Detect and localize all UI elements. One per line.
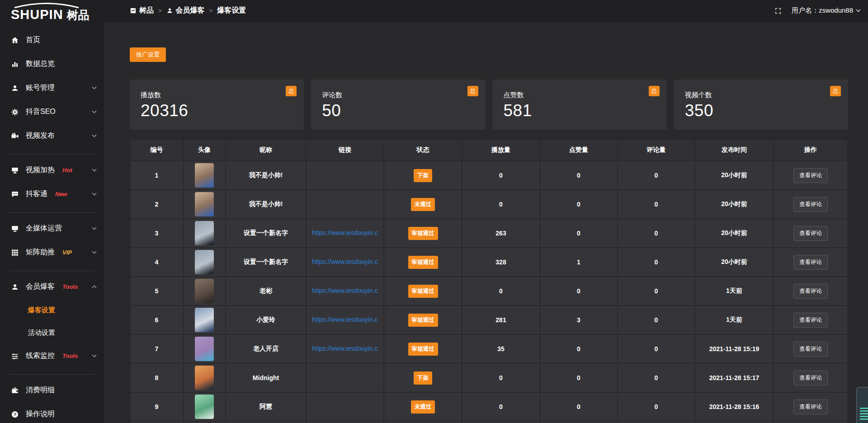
sidebar-item-douyin-seo[interactable]: 抖音SEO <box>0 100 104 124</box>
publish-time: 20小时前 <box>695 219 773 247</box>
publish-time: 2021-11-28 15:16 <box>695 393 773 421</box>
view-comments-button[interactable]: 查看评论 <box>793 342 828 357</box>
breadcrumb-item-baoke-settings: 爆客设置 <box>217 6 246 15</box>
total-badge: 总 <box>467 86 478 96</box>
chevron-down-icon <box>92 169 97 172</box>
breadcrumb-separator: > <box>209 7 213 14</box>
view-comments-button[interactable]: 查看评论 <box>793 284 828 299</box>
sidebar-item-consumption-details[interactable]: 消费明细 <box>0 378 104 402</box>
chevron-down-icon <box>92 227 97 230</box>
nickname: 我不是小帅! <box>226 161 306 189</box>
nickname: 老人开店 <box>226 335 306 363</box>
table-row: 7 老人开店 https://www.iesdouyin.c 审核通过 35 0… <box>131 335 847 363</box>
sidebar-item-instructions[interactable]: ? 操作说明 <box>0 402 104 423</box>
table-row: 9 阿慧 未通过 0 0 0 2021-11-28 15:16 查看评论 <box>131 393 847 421</box>
plays-cell: 0 <box>462 277 539 305</box>
chevron-down-icon <box>92 110 97 113</box>
sidebar-item-label: 视频加热 <box>26 165 55 175</box>
video-link[interactable]: https://www.iesdouyin.c <box>312 258 378 265</box>
fullscreen-icon[interactable] <box>774 7 782 14</box>
stat-label: 播放数 <box>141 91 293 99</box>
monitor-icon <box>11 225 19 233</box>
sidebar-item-clue-monitor[interactable]: 线索监控 Tools <box>0 344 104 368</box>
sliders-icon <box>11 352 19 360</box>
comments-cell: 0 <box>618 219 694 247</box>
username-menu[interactable]: 用户名：zswodun88 <box>792 6 861 15</box>
sidebar-item-account-management[interactable]: 账号管理 <box>0 76 104 100</box>
view-comments-button[interactable]: 查看评论 <box>793 400 828 414</box>
view-comments-button[interactable]: 查看评论 <box>793 197 828 212</box>
row-id: 6 <box>131 306 183 334</box>
col-link: 链接 <box>307 140 383 160</box>
nickname: 阿慧 <box>226 393 306 421</box>
publish-time: 20小时前 <box>695 248 773 276</box>
chevron-down-icon <box>92 134 97 137</box>
breadcrumb-label: 爆客设置 <box>217 6 246 15</box>
sidebar-divider <box>9 374 95 375</box>
comments-cell: 0 <box>618 277 694 305</box>
status-badge: 未通过 <box>411 198 435 211</box>
sidebar-item-member-baoke[interactable]: 会员爆客 Tools <box>0 275 104 299</box>
video-link[interactable]: https://www.iesdouyin.c <box>312 316 378 323</box>
stat-label: 评论数 <box>322 91 474 99</box>
sidebar-item-video-publish[interactable]: 视频发布 <box>0 124 104 148</box>
app-logo: SHUPIN 树品 <box>0 0 104 23</box>
plays-cell: 0 <box>462 190 539 218</box>
breadcrumb-separator: > <box>158 7 162 14</box>
video-link[interactable]: https://www.iesdouyin.c <box>312 287 378 294</box>
main-content: 推广设置 播放数 20316 总 评论数 50 总 点赞数 581 总 视频个数… <box>104 22 868 423</box>
view-comments-button[interactable]: 查看评论 <box>793 255 828 270</box>
grid-icon <box>11 249 19 257</box>
member-icon <box>11 283 19 291</box>
nickname: 我不是小帅! <box>226 190 306 218</box>
total-badge: 总 <box>649 86 660 96</box>
likes-cell: 0 <box>540 364 617 392</box>
view-comments-button[interactable]: 查看评论 <box>793 313 828 328</box>
view-comments-button[interactable]: 查看评论 <box>793 371 828 385</box>
row-id: 8 <box>131 364 183 392</box>
video-link[interactable]: https://www.iesdouyin.c <box>312 229 378 236</box>
avatar <box>195 221 214 245</box>
floating-widget[interactable] <box>856 387 868 423</box>
topbar: 树品 > 会员爆客 > 爆客设置 用户名：zswodun88 <box>104 0 868 22</box>
col-likes: 点赞量 <box>540 140 617 160</box>
breadcrumb-label: 会员爆客 <box>176 6 205 15</box>
col-actions: 操作 <box>774 140 847 160</box>
screen-heat-icon <box>11 166 19 174</box>
sidebar-subitem-baoke-settings[interactable]: 爆客设置 <box>0 299 104 321</box>
comments-cell: 0 <box>618 248 694 276</box>
view-comments-button[interactable]: 查看评论 <box>793 226 828 241</box>
nickname: 设置一个新名字 <box>226 248 306 276</box>
sidebar-item-video-heat[interactable]: 视频加热 Hot <box>0 158 104 182</box>
plays-cell: 0 <box>462 393 539 421</box>
wallet-icon <box>11 386 19 395</box>
likes-cell: 0 <box>540 190 617 218</box>
breadcrumb-item-shupin[interactable]: 树品 <box>130 6 154 15</box>
sidebar-item-home[interactable]: 首页 <box>0 28 104 52</box>
breadcrumb-item-member-baoke[interactable]: 会员爆客 <box>166 6 205 15</box>
svg-text:?: ? <box>14 412 16 417</box>
nickname: 老彬 <box>226 277 306 305</box>
sidebar-item-matrix-boost[interactable]: 矩阵助推 VIP <box>0 240 104 264</box>
stat-value: 581 <box>504 101 656 120</box>
user-icon <box>11 84 19 92</box>
sidebar-subitem-activity-settings[interactable]: 活动设置 <box>0 321 104 344</box>
new-badge: New <box>55 191 85 197</box>
stat-card-videos: 视频个数 350 总 <box>674 80 848 130</box>
view-comments-button[interactable]: 查看评论 <box>793 168 828 183</box>
nickname: Midnight <box>226 364 306 392</box>
sidebar-divider <box>9 212 95 213</box>
sidebar-item-omnimedia[interactable]: 全媒体运营 <box>0 216 104 240</box>
status-badge: 审核通过 <box>408 285 438 298</box>
row-id: 1 <box>131 161 183 189</box>
sidebar-item-data-overview[interactable]: 数据总览 <box>0 52 104 76</box>
sidebar-item-douketong[interactable]: 抖客通 New <box>0 182 104 206</box>
plays-cell: 281 <box>462 306 539 334</box>
breadcrumb: 树品 > 会员爆客 > 爆客设置 <box>130 6 246 15</box>
promo-settings-button[interactable]: 推广设置 <box>130 47 166 62</box>
help-icon: ? <box>11 410 19 418</box>
video-link[interactable]: https://www.iesdouyin.c <box>312 345 378 352</box>
tools-badge: Tools <box>62 352 85 359</box>
row-id: 4 <box>131 248 183 276</box>
sidebar-item-label: 数据总览 <box>26 59 97 69</box>
